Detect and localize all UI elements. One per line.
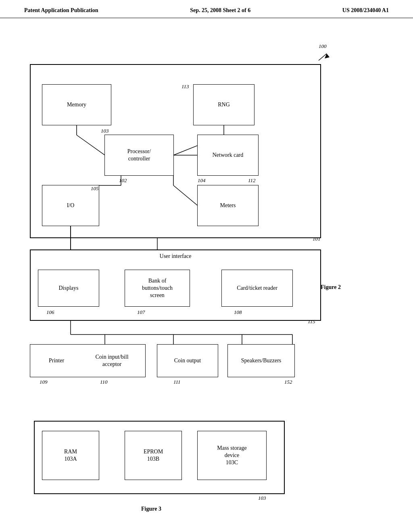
svg-line-17 (173, 185, 198, 206)
rng-box-text: RNG (194, 85, 254, 125)
network-card-box-text: Network card (198, 135, 258, 175)
eprom-box-text: EPROM 103B (125, 431, 181, 480)
label-101: 101 (313, 236, 321, 242)
page-header: Patent Application Publication Sep. 25, … (0, 0, 413, 18)
user-interface-title: User interface (30, 250, 321, 260)
printer-box-text: Printer (30, 345, 83, 377)
ram-box-text: RAM 103A (42, 431, 99, 480)
header-left: Patent Application Publication (24, 7, 98, 14)
svg-line-0 (319, 54, 327, 60)
speakers-box-text: Speakers/Buzzers (228, 345, 294, 377)
label-108: 108 (234, 309, 242, 316)
coin-input-box-text: Coin input/bill acceptor (79, 345, 145, 377)
meters-box-text: Meters (198, 185, 258, 226)
game-controller-title (30, 64, 321, 69)
label-152: 152 (284, 379, 292, 385)
label-100: 100 (319, 43, 327, 50)
label-112: 112 (248, 177, 256, 184)
coin-output-box-text: Coin output (157, 345, 218, 377)
label-115: 115 (308, 318, 315, 325)
label-106: 106 (46, 309, 54, 316)
figure3-label: Figure 3 (141, 506, 161, 512)
label-104: 104 (198, 177, 206, 184)
label-103-bottom: 103 (258, 495, 266, 501)
mass-storage-box-text: Mass storage device 103C (198, 431, 266, 480)
label-110: 110 (100, 379, 108, 385)
svg-marker-1 (325, 54, 330, 58)
label-111: 111 (173, 379, 181, 385)
svg-line-10 (77, 135, 105, 155)
bank-buttons-box-text: Bank of buttons/touch screen (125, 270, 190, 306)
label-102: 102 (119, 177, 127, 184)
label-105: 105 (91, 185, 99, 192)
label-113: 113 (181, 83, 189, 90)
header-center: Sep. 25, 2008 Sheet 2 of 6 (190, 7, 250, 14)
card-reader-box-text: Card/ticket reader (222, 270, 292, 306)
io-box-text: I/O (42, 185, 99, 226)
label-109: 109 (40, 379, 48, 385)
diagram-area: 100 Memory 103 RNG 113 Processor/ contro… (0, 18, 413, 526)
displays-box-text: Displays (38, 270, 99, 306)
processor-box-text: Processor/ controller (105, 135, 173, 175)
header-right: US 2008/234040 A1 (342, 7, 389, 14)
label-103: 103 (101, 128, 109, 134)
figure2-label: Figure 2 (321, 284, 341, 291)
label-107: 107 (137, 309, 145, 316)
memory-box-text: Memory (42, 85, 111, 125)
